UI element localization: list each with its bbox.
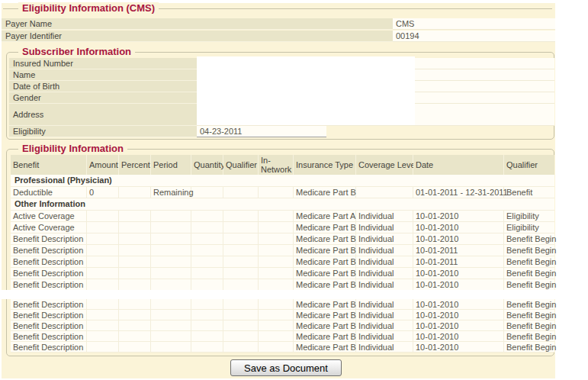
- table-cell: [87, 245, 119, 256]
- table-cell: [223, 279, 259, 291]
- cms-section-legend: Eligibility Information (CMS): [18, 2, 159, 14]
- table-cell: Benefit Begin: [504, 233, 554, 245]
- table-row: Active CoverageMedicare Part BIndividual…: [11, 222, 554, 233]
- table-cell: 0: [87, 187, 119, 198]
- table-cell: Benefit Begin: [504, 320, 554, 331]
- table-cell: Benefit: [504, 187, 554, 198]
- table-cell: [151, 211, 191, 222]
- table-cell: 10-01-2010: [413, 222, 504, 233]
- field-label: Name: [9, 69, 197, 81]
- table-cell: [87, 331, 119, 342]
- table-cell: Benefit Begin: [504, 310, 554, 320]
- table-cell: [191, 331, 223, 342]
- table-cell: [191, 268, 223, 279]
- field-extra: [414, 92, 554, 104]
- table-cell: Individual: [356, 245, 413, 256]
- table-cell: [87, 211, 119, 222]
- table-cell: Remaining: [151, 187, 191, 198]
- table-cell: Benefit Begin: [504, 299, 554, 310]
- table-row: Deductible0RemainingMedicare Part B01-01…: [11, 187, 554, 198]
- field-extra: [326, 126, 554, 137]
- table-row: Active CoverageMedicare Part AIndividual…: [11, 211, 554, 222]
- table-cell: [87, 310, 119, 320]
- table-cell: [119, 233, 151, 245]
- field-label: Payer Identifier: [2, 31, 393, 42]
- table-row: Benefit DescriptionMedicare Part BIndivi…: [11, 233, 554, 245]
- table-cell: [223, 331, 259, 342]
- table-cell: Medicare Part B: [294, 342, 356, 353]
- table-cell: Medicare Part B: [294, 310, 356, 320]
- field-label: Gender: [9, 92, 197, 104]
- table-cell: [191, 187, 223, 198]
- table-cell: [259, 233, 294, 245]
- subscriber-row: Eligibility04-23-2011: [9, 126, 554, 137]
- table-cell: 10-01-2010: [413, 342, 504, 353]
- table-cell: [151, 320, 191, 331]
- table-cell: 10-01-2011: [413, 256, 504, 268]
- field-label: Payer Name: [2, 18, 393, 30]
- table-row: Benefit DescriptionMedicare Part BIndivi…: [11, 331, 554, 342]
- table-cell: [259, 331, 294, 342]
- column-header: In-Network: [259, 155, 294, 175]
- table-cell: 10-01-2010: [413, 310, 504, 320]
- table-cell: Medicare Part B: [294, 331, 356, 342]
- table-cell: 10-01-2010: [413, 299, 504, 310]
- table-cell: [87, 222, 119, 233]
- table-cell: Benefit Description: [11, 320, 87, 331]
- table-cell: [191, 299, 223, 310]
- table-cell: [259, 268, 294, 279]
- table-cell: [119, 279, 151, 291]
- table-cell: Medicare Part B: [294, 245, 356, 256]
- table-cell: [119, 211, 151, 222]
- table-row: Benefit DescriptionMedicare Part BIndivi…: [11, 299, 554, 310]
- table-cell: [191, 342, 223, 353]
- table-cell: [356, 187, 413, 198]
- table-cell: 10-01-2010: [413, 268, 504, 279]
- table-cell: [223, 299, 259, 310]
- table-cell: Individual: [356, 310, 413, 320]
- save-as-document-button[interactable]: Save as Document: [230, 359, 342, 376]
- table-cell: [223, 222, 259, 233]
- table-cell: [87, 268, 119, 279]
- table-cell: [191, 245, 223, 256]
- table-cell: Deductible: [11, 187, 87, 198]
- table-cell: Eligibility: [504, 222, 554, 233]
- table-cell: [191, 279, 223, 291]
- table-cell: Benefit Description: [11, 342, 87, 353]
- payer-row: Payer Identifier00194: [2, 31, 555, 42]
- redacted-values-block: [197, 56, 415, 125]
- table-cell: Medicare Part B: [294, 320, 356, 331]
- table-cell: Benefit Description: [11, 331, 87, 342]
- table-cell: [259, 256, 294, 268]
- table-cell: Individual: [356, 342, 413, 353]
- table-cell: [87, 279, 119, 291]
- table-cell: Individual: [356, 256, 413, 268]
- table-cell: [191, 310, 223, 320]
- field-extra: [414, 104, 554, 126]
- table-cell: [259, 211, 294, 222]
- table-cell: [223, 211, 259, 222]
- column-header: Benefit: [11, 155, 87, 175]
- table-cell: [151, 331, 191, 342]
- table-cell: [119, 342, 151, 353]
- table-cell: [151, 310, 191, 320]
- table-cell: [119, 187, 151, 198]
- table-cell: Benefit Description: [11, 233, 87, 245]
- table-cell: Individual: [356, 320, 413, 331]
- table-group-row: Professional (Physician): [11, 175, 554, 187]
- field-value: 04-23-2011: [197, 126, 326, 137]
- payer-row: Payer NameCMS: [2, 18, 555, 30]
- table-cell: [259, 245, 294, 256]
- table-cell: Benefit Description: [11, 279, 87, 291]
- table-cell: [87, 342, 119, 353]
- field-extra: [414, 58, 554, 69]
- field-label: Date of Birth: [9, 81, 197, 92]
- table-cell: [223, 310, 259, 320]
- table-cell: [151, 268, 191, 279]
- field-extra: [414, 81, 554, 92]
- table-cell: [259, 310, 294, 320]
- table-cell: Medicare Part B: [294, 279, 356, 291]
- table-cell: [87, 320, 119, 331]
- table-cell: [259, 320, 294, 331]
- table-cell: [259, 299, 294, 310]
